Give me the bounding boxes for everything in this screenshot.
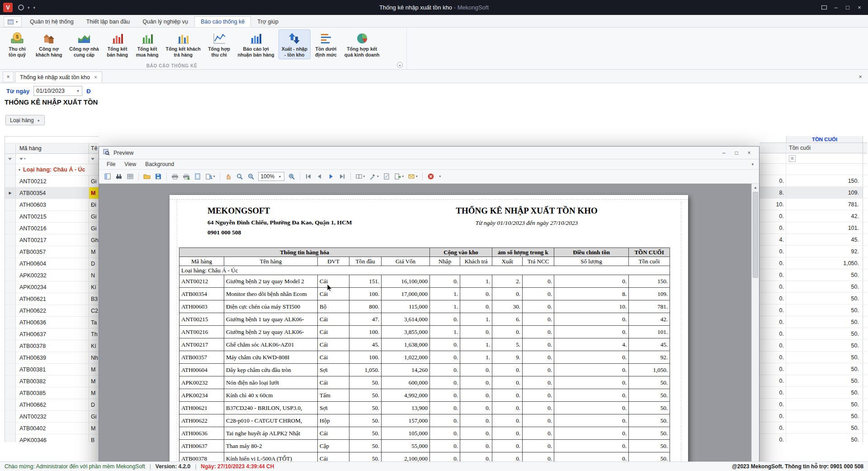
quick-access-button[interactable]: [18, 5, 24, 10]
cell-ten-hang-clipped[interactable]: M: [89, 387, 99, 399]
cell-ton-cuoi[interactable]: 109.: [786, 187, 863, 198]
cell-ton-cuoi[interactable]: 50.: [786, 434, 863, 442]
cell-so-luong[interactable]: 8.: [760, 187, 786, 198]
cell-so-luong[interactable]: 0.: [760, 375, 786, 386]
cell-ten-hang-clipped[interactable]: N: [89, 270, 99, 281]
scale-icon[interactable]: ▾: [204, 171, 217, 181]
left-grid-row[interactable]: ATB00381M: [5, 364, 99, 376]
zoom-out-icon[interactable]: [246, 171, 256, 181]
save-icon[interactable]: [153, 171, 163, 181]
date-dropdown-icon[interactable]: ▼: [76, 89, 80, 93]
cell-so-luong[interactable]: 0.: [760, 340, 786, 351]
menu-view[interactable]: View: [120, 160, 140, 168]
cell-ton-cuoi[interactable]: 781.: [786, 199, 863, 210]
cell-ma-hang[interactable]: APK00234: [16, 281, 89, 293]
cell-ten-hang-clipped[interactable]: M: [89, 364, 99, 375]
quick-access-dropdown-icon[interactable]: ▾: [28, 5, 30, 10]
menu-tab-1[interactable]: Thiết lập ban đầu: [80, 16, 137, 27]
cell-ten-hang-clipped[interactable]: D: [89, 258, 99, 269]
cell-ma-hang[interactable]: ATH00603: [16, 199, 89, 210]
cell-ma-hang[interactable]: ATB00382: [16, 376, 89, 387]
cell-ma-hang[interactable]: ANT00215: [16, 211, 89, 222]
cell-ton-cuoi[interactable]: 150.: [786, 175, 863, 186]
cell-ten-hang-clipped[interactable]: B: [89, 434, 99, 442]
left-grid-row[interactable]: APK00232N: [5, 270, 99, 281]
cell-so-luong[interactable]: 0.: [760, 293, 786, 304]
cell-ton-cuoi[interactable]: 50.: [786, 340, 863, 351]
group-by-chip[interactable]: Loại hàng ▲: [5, 115, 45, 125]
filter-funnel-icon[interactable]: [8, 158, 12, 160]
band-header-ton-cuoi[interactable]: TỒN CUỐI: [786, 136, 863, 143]
close-tab-icon[interactable]: ×: [94, 74, 97, 81]
cell-ton-cuoi[interactable]: 50.: [786, 281, 863, 292]
cell-so-luong[interactable]: 0.: [760, 328, 786, 339]
ribbon-button-money[interactable]: $Thu chitồn quỹ: [3, 29, 32, 59]
right-grid-row[interactable]: 0.50.: [760, 410, 867, 422]
ribbon-button-levels[interactable]: Tồn dướiđịnh mức: [311, 29, 340, 59]
right-grid-row[interactable]: 0.101.: [760, 222, 867, 234]
cell-so-luong[interactable]: 0.: [760, 422, 786, 433]
left-grid-row[interactable]: ANT00215Gi: [5, 211, 99, 223]
cell-ma-hang[interactable]: ANT00212: [16, 176, 89, 187]
fit-screen-icon[interactable]: [818, 2, 830, 13]
search-icon[interactable]: [114, 171, 124, 181]
left-grid-row[interactable]: ATB00385M: [5, 387, 99, 399]
cell-ma-hang[interactable]: ATH00636: [16, 317, 89, 328]
menu-file[interactable]: File: [103, 160, 119, 168]
left-grid-row[interactable]: ATH00662D: [5, 399, 99, 411]
ribbon-button-line[interactable]: Tổng hợpthu chi: [205, 29, 234, 59]
cell-ton-cuoi[interactable]: 50.: [786, 387, 863, 398]
cell-ma-hang[interactable]: ATB00402: [16, 423, 89, 434]
ribbon-button-bar-green[interactable]: Tổng kếtmua hàng: [133, 29, 162, 59]
right-grid-row[interactable]: 0.50.: [760, 375, 867, 387]
left-grid-row[interactable]: ANT00212Gi: [5, 176, 99, 187]
toolbar-more-icon[interactable]: ▾: [437, 171, 443, 181]
cell-ma-hang[interactable]: ATB00357: [16, 246, 89, 257]
cell-ton-cuoi[interactable]: 50.: [786, 269, 863, 281]
grid-group-row[interactable]: ▾ Loại hàng: Châu Á - Úc: [5, 164, 99, 176]
right-grid-row[interactable]: 0.50.: [760, 281, 867, 293]
ribbon-button-bar-mixed[interactable]: Tổng kết kháchtrả hàng: [163, 29, 204, 59]
first-page-icon[interactable]: [303, 171, 313, 181]
cell-so-luong[interactable]: 0.: [760, 399, 786, 410]
ribbon-button-pie[interactable]: Tổng hợp kếtquả kinh doanh: [341, 29, 383, 59]
cell-so-luong[interactable]: 10.: [760, 199, 786, 210]
right-grid-row[interactable]: 4.45.: [760, 234, 867, 246]
left-grid-row[interactable]: APK00234Kí: [5, 281, 99, 293]
cell-ma-hang[interactable]: ATB00385: [16, 387, 89, 399]
left-grid-row[interactable]: ATB00382M: [5, 376, 99, 387]
cell-ton-cuoi[interactable]: 92.: [786, 246, 863, 257]
column-header-so-luong-clipped[interactable]: [760, 143, 786, 153]
document-tab-active[interactable]: Thống kê nhập xuất tồn kho ×: [15, 71, 102, 83]
menu-tab-4[interactable]: Trợ giúp: [251, 16, 285, 27]
export-icon[interactable]: ▾: [393, 171, 406, 181]
cell-ma-hang[interactable]: ATB00381: [16, 364, 89, 375]
cell-ton-cuoi[interactable]: 50.: [786, 410, 863, 422]
cell-ten-hang-clipped[interactable]: M: [89, 187, 99, 199]
cell-ma-hang[interactable]: ATH00604: [16, 258, 89, 269]
right-grid-row[interactable]: 0.50.: [760, 316, 867, 328]
cell-ten-hang-clipped[interactable]: Th: [89, 328, 99, 340]
right-grid-row[interactable]: 0.50.: [760, 352, 867, 363]
cell-so-luong[interactable]: 0.: [760, 269, 786, 281]
right-grid-row[interactable]: 0.150.: [760, 175, 867, 187]
magnifier-icon[interactable]: [235, 171, 245, 181]
close-tab-group-button[interactable]: ×: [3, 71, 14, 82]
cell-so-luong[interactable]: 0.: [760, 363, 786, 375]
left-grid-row[interactable]: ANT00217Gh: [5, 234, 99, 246]
menu-tab-0[interactable]: Quản trị hệ thống: [24, 16, 80, 27]
cell-ten-hang-clipped[interactable]: Nh: [89, 352, 99, 363]
filter-cell-ma-hang[interactable]: ▾: [16, 154, 89, 164]
cell-so-luong[interactable]: 0.: [760, 410, 786, 422]
ribbon-button-area[interactable]: Công nợ nhàcung cấp: [66, 29, 102, 59]
cell-so-luong[interactable]: 0.: [760, 304, 786, 316]
right-grid-row[interactable]: 0.50.: [760, 399, 867, 410]
left-grid-row[interactable]: ATH00621B3: [5, 293, 99, 305]
cell-so-luong[interactable]: 0.: [760, 246, 786, 257]
preview-scrollbar[interactable]: ▲ ▼: [751, 184, 759, 471]
filter-cell-ton-cuoi[interactable]: =: [786, 153, 863, 163]
left-grid-row[interactable]: ATH00604D: [5, 258, 99, 270]
cell-ma-hang[interactable]: ATB00354: [16, 187, 89, 199]
cell-ten-hang-clipped[interactable]: Gi: [89, 176, 99, 187]
right-grid-row[interactable]: 8.109.: [760, 187, 867, 199]
